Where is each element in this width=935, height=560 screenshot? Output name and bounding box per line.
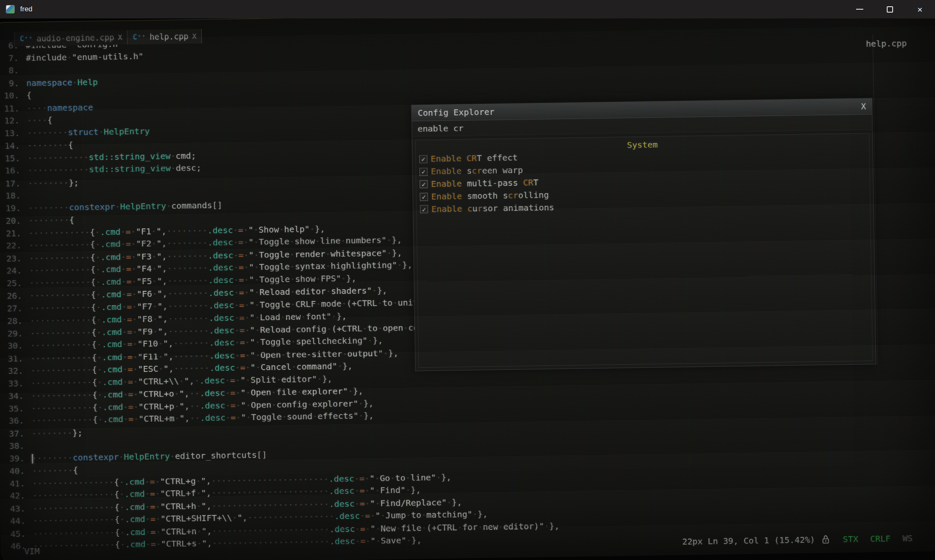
vim-mode-indicator: VIM xyxy=(24,545,40,558)
tab-close-icon[interactable]: X xyxy=(192,30,196,43)
flag-ws: WS xyxy=(902,533,913,544)
checkbox-icon[interactable]: ✓ xyxy=(420,205,428,214)
flag-crlf: CRLF xyxy=(870,534,891,544)
config-option-label xyxy=(462,202,468,215)
crt-screen: C⁺⁺ audio-engine.cpp X C⁺⁺ help.cpp X 6.… xyxy=(0,8,935,560)
minimize-button[interactable] xyxy=(844,0,875,18)
cpp-file-icon: C⁺⁺ xyxy=(133,31,146,43)
config-option-label: sor animations xyxy=(482,201,554,215)
line-number: 8. xyxy=(0,65,19,78)
minimize-icon xyxy=(856,9,863,10)
line-number: 31. xyxy=(3,352,23,365)
maximize-button[interactable] xyxy=(875,0,905,18)
config-option-label: cr xyxy=(508,189,518,202)
line-number: 19. xyxy=(1,202,21,215)
line-number: 17. xyxy=(1,177,21,190)
config-option-label: c xyxy=(467,202,473,215)
pane-title: help.cpp xyxy=(866,37,907,50)
config-option-label: olling xyxy=(518,189,549,202)
line-number: 10. xyxy=(0,89,19,102)
line-number: 35. xyxy=(4,402,24,415)
line-number: 13. xyxy=(0,127,20,140)
tab-audio-engine[interactable]: C⁺⁺ audio-engine.cpp X xyxy=(15,30,128,46)
line-number: 44. xyxy=(6,515,26,528)
config-option-label: multi-pass xyxy=(462,176,523,190)
close-button[interactable]: ✕ xyxy=(905,0,935,18)
lock-icon xyxy=(822,535,830,548)
config-option-label: een warp xyxy=(482,164,523,177)
status-flags: STX CRLF WS xyxy=(836,532,913,546)
checkbox-icon[interactable]: ✓ xyxy=(419,168,428,176)
line-number: 9. xyxy=(0,77,19,90)
tab-help[interactable]: C⁺⁺ help.cpp X xyxy=(128,29,202,44)
titlebar: fred ✕ xyxy=(0,0,935,18)
checkbox-icon[interactable]: ✓ xyxy=(420,193,428,201)
line-number: 36. xyxy=(5,415,24,428)
config-option-label: cr xyxy=(472,165,482,177)
config-option-label: Enable xyxy=(431,202,462,215)
app-title: fred xyxy=(20,5,32,13)
cursor-position-status: 22px Ln 39, Col 1 (15.42%) xyxy=(682,534,815,548)
tab-bar: C⁺⁺ audio-engine.cpp X C⁺⁺ help.cpp X xyxy=(14,29,202,46)
window-controls: ✕ xyxy=(844,0,935,18)
config-option-label: u xyxy=(472,202,478,215)
line-number: 33. xyxy=(4,377,23,390)
config-option-label: s xyxy=(461,165,472,177)
config-option-label: Enable xyxy=(431,190,462,203)
line-number: 42. xyxy=(5,490,25,503)
config-option-label: T xyxy=(533,176,539,189)
config-list: ✓Enable CRT effect✓Enable screen warp✓En… xyxy=(416,146,870,215)
line-number: 24. xyxy=(2,264,22,277)
flag-stx: STX xyxy=(843,534,858,544)
config-option-label: Enable xyxy=(431,165,462,178)
line-number: 38. xyxy=(5,440,25,453)
line-number: 18. xyxy=(1,189,21,202)
tab-label: help.cpp xyxy=(149,30,188,43)
tab-close-icon[interactable]: X xyxy=(118,31,122,44)
popup-close-icon[interactable]: X xyxy=(861,100,866,113)
config-option-label: smooth s xyxy=(462,189,508,202)
line-number: 28. xyxy=(3,315,23,328)
line-number: 29. xyxy=(3,327,23,340)
line-number: 37. xyxy=(5,427,24,440)
line-number: 45. xyxy=(6,527,26,540)
line-number: 43. xyxy=(6,502,26,515)
line-number: 12. xyxy=(0,114,20,127)
line-number: 34. xyxy=(4,390,24,403)
checkbox-icon[interactable]: ✓ xyxy=(419,180,428,189)
tab-label: audio-engine.cpp xyxy=(36,31,115,45)
maximize-icon xyxy=(887,6,893,13)
app-icon xyxy=(6,5,15,13)
checkbox-icon[interactable]: ✓ xyxy=(419,155,427,163)
cpp-file-icon: C⁺⁺ xyxy=(20,32,33,45)
popup-body: System ✓Enable CRT effect✓Enable screen … xyxy=(415,133,873,368)
line-number: 30. xyxy=(3,340,23,353)
config-option-label: CR xyxy=(523,176,534,189)
line-number: 11. xyxy=(0,102,20,115)
config-option-label: Enable xyxy=(431,153,462,166)
config-option-label xyxy=(461,153,467,165)
line-number: 27. xyxy=(3,302,23,315)
line-number: 26. xyxy=(3,290,22,303)
config-option-label: CR xyxy=(466,152,477,165)
close-icon: ✕ xyxy=(917,5,922,13)
config-option-label: T effect xyxy=(477,152,518,165)
line-number: 40. xyxy=(5,465,25,478)
config-explorer-popup: Config Explorer X enable cr System ✓Enab… xyxy=(411,98,876,371)
line-number: 32. xyxy=(4,365,23,378)
line-number: 25. xyxy=(3,277,22,290)
line-number: 7. xyxy=(0,52,19,65)
line-number: 21. xyxy=(2,227,21,240)
line-number: 22. xyxy=(2,240,21,253)
line-number: 23. xyxy=(2,252,22,265)
config-option-label: Enable xyxy=(431,177,462,190)
line-number: 14. xyxy=(0,140,20,153)
line-number: 20. xyxy=(2,215,21,228)
line-number: 15. xyxy=(0,152,20,165)
line-number: 39. xyxy=(5,452,25,465)
config-option-label: r xyxy=(477,202,483,215)
line-number: 16. xyxy=(1,164,21,177)
line-number: 41. xyxy=(5,477,25,490)
